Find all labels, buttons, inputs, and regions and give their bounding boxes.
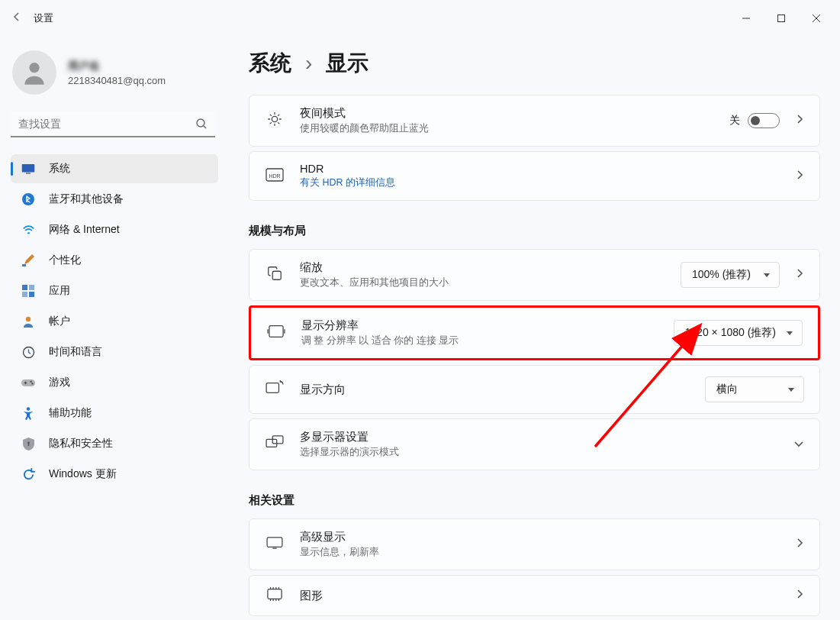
nav-item-personalize[interactable]: 个性化 bbox=[11, 246, 218, 275]
nav-label: 隐私和安全性 bbox=[49, 437, 113, 450]
nav-label: 应用 bbox=[49, 284, 70, 298]
breadcrumb-sep-icon: › bbox=[305, 51, 312, 76]
row-orientation[interactable]: 显示方向 横向 bbox=[249, 365, 820, 414]
svg-rect-10 bbox=[22, 292, 27, 297]
chevron-down-icon bbox=[793, 438, 804, 451]
night-light-toggle[interactable] bbox=[748, 113, 780, 128]
row-graphics[interactable]: 图形 bbox=[249, 575, 820, 616]
chevron-right-icon bbox=[795, 589, 804, 602]
svg-rect-0 bbox=[778, 15, 785, 22]
close-button[interactable] bbox=[799, 6, 834, 31]
row-title: 高级显示 bbox=[300, 530, 780, 544]
svg-point-1 bbox=[29, 63, 39, 73]
toggle-label: 关 bbox=[729, 114, 740, 128]
sun-icon bbox=[265, 111, 285, 131]
svg-rect-3 bbox=[22, 164, 35, 173]
search-input[interactable] bbox=[11, 111, 215, 137]
nav-label: 帐户 bbox=[49, 315, 70, 328]
resolution-icon bbox=[266, 324, 286, 342]
graphics-icon bbox=[265, 586, 285, 605]
nav-label: 辅助功能 bbox=[49, 406, 92, 420]
nav-label: 游戏 bbox=[49, 376, 70, 389]
nav-item-privacy[interactable]: 隐私和安全性 bbox=[11, 429, 218, 458]
hdr-link[interactable]: 有关 HDR 的详细信息 bbox=[300, 176, 780, 189]
sidebar: 用户名 2218340481@qq.com 系统 蓝牙和其他设备 网络 & In… bbox=[0, 37, 229, 620]
svg-point-12 bbox=[26, 317, 31, 321]
monitor-icon bbox=[21, 163, 35, 174]
svg-rect-11 bbox=[29, 292, 34, 297]
row-title: 多显示器设置 bbox=[300, 430, 778, 444]
apps-icon bbox=[21, 285, 35, 297]
profile-email: 2218340481@qq.com bbox=[68, 75, 166, 86]
row-title: HDR bbox=[300, 163, 780, 175]
nav-item-accessibility[interactable]: 辅助功能 bbox=[11, 399, 218, 428]
nav-label: 个性化 bbox=[49, 253, 81, 267]
nav-item-apps[interactable]: 应用 bbox=[11, 276, 218, 305]
row-multi-display[interactable]: 多显示器设置 选择显示器的演示模式 bbox=[249, 418, 820, 470]
window-title: 设置 bbox=[34, 11, 53, 25]
row-resolution[interactable]: 显示分辨率 调 整 分辨率 以 适合 你的 连接 显示 1920 × 1080 … bbox=[249, 305, 820, 360]
chevron-right-icon bbox=[795, 268, 804, 282]
nav-item-time[interactable]: 时间和语言 bbox=[11, 337, 218, 367]
resolution-dropdown[interactable]: 1920 × 1080 (推荐) bbox=[674, 320, 803, 346]
nav-list: 系统 蓝牙和其他设备 网络 & Internet 个性化 应用 帐户 bbox=[11, 154, 218, 489]
svg-point-17 bbox=[27, 407, 30, 410]
svg-point-15 bbox=[30, 380, 32, 383]
row-sub: 使用较暖的颜色帮助阻止蓝光 bbox=[300, 122, 714, 135]
row-night-light[interactable]: 夜间模式 使用较暖的颜色帮助阻止蓝光 关 bbox=[249, 95, 820, 147]
nav-item-system[interactable]: 系统 bbox=[11, 154, 218, 183]
nav-item-gaming[interactable]: 游戏 bbox=[11, 368, 218, 397]
chevron-right-icon bbox=[795, 114, 804, 128]
row-sub: 调 整 分辨率 以 适合 你的 连接 显示 bbox=[301, 334, 658, 347]
nav-item-accounts[interactable]: 帐户 bbox=[11, 307, 218, 336]
row-scale[interactable]: 缩放 更改文本、应用和其他项目的大小 100% (推荐) bbox=[249, 249, 820, 301]
nav-label: 蓝牙和其他设备 bbox=[49, 192, 124, 206]
back-button[interactable] bbox=[11, 11, 23, 26]
search-icon bbox=[195, 118, 208, 133]
profile-block[interactable]: 用户名 2218340481@qq.com bbox=[11, 41, 218, 107]
accessibility-icon bbox=[21, 407, 35, 420]
row-advanced-display[interactable]: 高级显示 显示信息，刷新率 bbox=[249, 518, 820, 570]
row-title: 显示分辨率 bbox=[301, 318, 658, 333]
title-bar: 设置 bbox=[0, 0, 840, 37]
nav-label: 时间和语言 bbox=[49, 345, 102, 359]
bluetooth-icon bbox=[21, 193, 35, 205]
gamepad-icon bbox=[21, 378, 35, 388]
svg-rect-25 bbox=[266, 383, 278, 393]
brush-icon bbox=[21, 254, 35, 266]
svg-rect-8 bbox=[22, 285, 27, 290]
scale-dropdown[interactable]: 100% (推荐) bbox=[681, 262, 780, 288]
window-controls bbox=[729, 6, 834, 31]
row-title: 显示方向 bbox=[300, 383, 690, 397]
nav-item-bluetooth[interactable]: 蓝牙和其他设备 bbox=[11, 185, 218, 214]
search-box[interactable] bbox=[11, 111, 215, 137]
update-icon bbox=[21, 468, 35, 481]
row-sub: 更改文本、应用和其他项目的大小 bbox=[300, 276, 665, 289]
nav-item-network[interactable]: 网络 & Internet bbox=[11, 215, 218, 244]
nav-label: 网络 & Internet bbox=[49, 223, 120, 237]
row-title: 图形 bbox=[300, 589, 780, 603]
section-scale-layout: 规模与布局 bbox=[249, 205, 820, 249]
shield-icon bbox=[21, 438, 35, 450]
svg-point-16 bbox=[31, 383, 34, 385]
profile-name: 用户名 bbox=[68, 60, 166, 73]
minimize-button[interactable] bbox=[729, 6, 764, 31]
orientation-dropdown[interactable]: 横向 bbox=[705, 376, 804, 402]
multi-display-icon bbox=[265, 435, 285, 454]
svg-point-2 bbox=[197, 119, 204, 127]
svg-point-6 bbox=[27, 232, 30, 234]
svg-rect-24 bbox=[269, 326, 283, 337]
row-hdr[interactable]: HDR HDR 有关 HDR 的详细信息 bbox=[249, 151, 820, 201]
row-sub: 选择显示器的演示模式 bbox=[300, 446, 778, 459]
svg-rect-14 bbox=[21, 379, 35, 386]
nav-item-update[interactable]: Windows 更新 bbox=[11, 460, 218, 489]
wifi-icon bbox=[21, 224, 35, 235]
chevron-right-icon bbox=[795, 170, 804, 183]
svg-point-20 bbox=[272, 116, 277, 121]
breadcrumb-root[interactable]: 系统 bbox=[249, 49, 291, 78]
row-sub: 显示信息，刷新率 bbox=[300, 546, 780, 559]
breadcrumb: 系统 › 显示 bbox=[249, 41, 820, 95]
svg-rect-23 bbox=[272, 271, 281, 279]
maximize-button[interactable] bbox=[764, 6, 799, 31]
scale-icon bbox=[265, 265, 285, 285]
